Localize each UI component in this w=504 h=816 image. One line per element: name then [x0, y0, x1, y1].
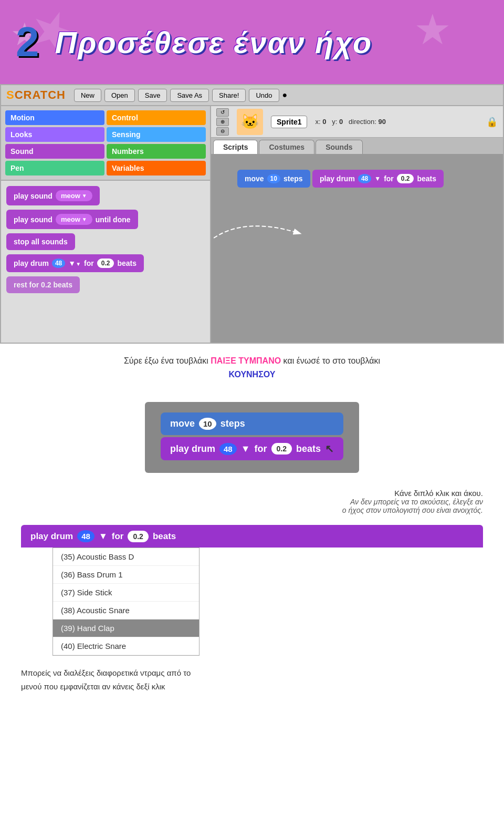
highlight-move: ΚΟΥΝΗΣΟΥ	[229, 370, 276, 379]
play-drum-script-block[interactable]: play drum 48 ▼ for 0.2 beats	[312, 170, 444, 188]
dropdown-item-39[interactable]: (39) Hand Clap	[53, 619, 199, 637]
drum-dropdown-arrow[interactable]: ▼	[68, 259, 81, 267]
scripts-panel: ↺ ⊕ ⊖ 🐱 Sprite1 x: 0 y: 0 direction: 90 …	[211, 106, 503, 343]
play-drum-script-label: play drum	[320, 174, 355, 183]
category-pen[interactable]: Pen	[5, 161, 104, 175]
share-button[interactable]: Share!	[212, 89, 246, 102]
instruction-text-2: και ένωσέ το στο τουβλάκι	[281, 356, 380, 365]
play-drum-block[interactable]: play drum 48 ▼ for 0.2 beats	[6, 254, 144, 272]
save-button[interactable]: Save	[138, 89, 167, 102]
category-motion[interactable]: Motion	[5, 110, 104, 125]
rest-label: rest for 0.2 beats	[14, 281, 72, 289]
header-banner: ★ 2 Προσέθεσε έναν ήχο ★	[0, 0, 504, 84]
scratch-interface: SCRATCH New Open Save Save As Share! Und…	[0, 84, 504, 344]
instruction-section: Σύρε έξω ένα τουβλάκι ΠΑΙΞΕ ΤΥΜΠΑΝΟ και …	[0, 344, 504, 391]
stop-all-sounds-block[interactable]: stop all sounds	[6, 233, 75, 250]
sprite-info: ↺ ⊕ ⊖ 🐱 Sprite1 x: 0 y: 0 direction: 90 …	[211, 106, 503, 138]
preview-drum-block: play drum 48 ▼ for 0.2 beats ↖	[161, 437, 343, 460]
for-label: for	[84, 259, 94, 267]
right-text-section: Κάνε διπλό κλικ και άκου. Αν δεν μπορείς…	[0, 483, 504, 520]
toolbar: SCRATCH New Open Save Save As Share! Und…	[1, 85, 503, 106]
cursor-icon: ↖	[325, 442, 334, 455]
category-numbers[interactable]: Numbers	[107, 144, 206, 159]
drum-num-script: 48	[358, 174, 371, 183]
drum-arrow-script[interactable]: ▼	[374, 175, 381, 182]
blocks-panel: Motion Control Looks Sensing Sound Numbe…	[1, 106, 211, 343]
beats-header-val: 0.2	[128, 531, 148, 542]
drum-header-arrow[interactable]: ▼	[99, 531, 108, 542]
play-drum-header-block: play drum 48 ▼ for 0.2 beats	[21, 525, 483, 548]
sound-check-1: Αν δεν μπορείς να το ακούσεις, έλεγξε αν	[21, 498, 483, 506]
until-done-label: until done	[96, 215, 131, 224]
reset-btn[interactable]: ↺	[216, 108, 229, 117]
sprite-coordinates: x: 0 y: 0 direction: 90	[315, 118, 385, 126]
sound-dropdown[interactable]: meow	[56, 190, 92, 201]
drum-header-num: 48	[77, 530, 94, 542]
block-preview-box: move 10 steps play drum 48 ▼ for 0.2 bea…	[145, 402, 359, 473]
beats-val-script: 0.2	[397, 174, 414, 183]
dropdown-item-36[interactable]: (36) Bass Drum 1	[53, 566, 199, 584]
script-area[interactable]: move 10 steps play drum 48 ▼ for 0.2 bea…	[211, 154, 503, 343]
beats-value: 0.2	[97, 259, 114, 268]
bottom-text-section: Μπορείς να διαλέξεις διαφορετικά ντραμς …	[0, 661, 504, 698]
drum-dropdown-menu: (35) Acoustic Bass D (36) Bass Drum 1 (3…	[52, 548, 200, 656]
header-title: Προσέθεσε έναν ήχο	[55, 25, 373, 60]
arrow-connector-svg	[214, 217, 308, 259]
drum-number: 48	[52, 259, 65, 268]
prev-move-label: move	[170, 418, 195, 429]
dropdown-item-40[interactable]: (40) Electric Snare	[53, 637, 199, 655]
categories: Motion Control Looks Sensing Sound Numbe…	[1, 106, 210, 181]
category-looks[interactable]: Looks	[5, 127, 104, 142]
play-sound-label: play sound	[14, 192, 52, 200]
tab-scripts[interactable]: Scripts	[213, 140, 258, 154]
tab-costumes[interactable]: Costumes	[259, 140, 314, 154]
play-sound-until-block[interactable]: play sound meow until done	[6, 210, 138, 229]
prev-drum-arrow: ▼	[241, 443, 250, 455]
play-sound-meow-block[interactable]: play sound meow	[6, 186, 100, 205]
script-blocks-container: move 10 steps play drum 48 ▼ for 0.2 bea…	[237, 170, 444, 189]
move-steps-script-block[interactable]: move 10 steps	[237, 170, 310, 188]
double-click-instruction: Κάνε διπλό κλικ και άκου.	[21, 489, 483, 498]
blocks-area: play sound meow play sound meow until do…	[1, 181, 210, 343]
prev-drum-num: 48	[219, 443, 237, 455]
tab-sounds[interactable]: Sounds	[316, 140, 362, 154]
expand-btn[interactable]: ⊕	[216, 118, 229, 126]
instruction-paragraph: Σύρε έξω ένα τουβλάκι ΠΑΙΞΕ ΤΥΜΠΑΝΟ και …	[21, 354, 483, 381]
sprite-thumbnail: 🐱	[237, 109, 263, 135]
move-label: move	[245, 174, 264, 183]
sprite-name[interactable]: Sprite1	[271, 116, 307, 128]
for-header-label: for	[112, 531, 124, 542]
category-sensing[interactable]: Sensing	[107, 127, 206, 142]
bottom-text-1: Μπορείς να διαλέξεις διαφορετικά ντραμς …	[21, 666, 483, 680]
save-as-button[interactable]: Save As	[170, 89, 209, 102]
shrink-btn[interactable]: ⊖	[216, 127, 229, 136]
undo-button[interactable]: Undo	[249, 89, 279, 102]
scratch-logo: SCRATCH	[6, 88, 66, 102]
play-sound-until-label: play sound	[14, 215, 52, 224]
scratch-main: Motion Control Looks Sensing Sound Numbe…	[1, 106, 503, 343]
play-drum-header-label: play drum	[30, 531, 73, 542]
rest-block[interactable]: rest for 0.2 beats	[6, 276, 80, 293]
dropdown-item-38[interactable]: (38) Acoustic Snare	[53, 602, 199, 619]
steps-label: steps	[284, 174, 303, 183]
category-control[interactable]: Control	[107, 110, 206, 125]
dropdown-item-37[interactable]: (37) Side Stick	[53, 584, 199, 602]
category-sound[interactable]: Sound	[5, 144, 104, 159]
bottom-text-2: μενού που εμφανίζεται αν κάνεις δεξί κλι…	[21, 680, 483, 694]
play-drum-label: play drum	[14, 259, 49, 267]
prev-steps-label: steps	[220, 418, 245, 429]
star-decoration-right: ★	[414, 5, 452, 54]
move-steps-num: 10	[267, 174, 280, 183]
block-preview-section: move 10 steps play drum 48 ▼ for 0.2 bea…	[0, 397, 504, 478]
script-tabs: Scripts Costumes Sounds	[211, 138, 503, 154]
prev-beats-label: beats	[296, 443, 321, 455]
open-button[interactable]: Open	[104, 89, 135, 102]
lock-icon[interactable]: 🔒	[486, 116, 498, 128]
preview-move-block: move 10 steps	[161, 412, 343, 435]
dropdown-item-35[interactable]: (35) Acoustic Bass D	[53, 548, 199, 566]
new-button[interactable]: New	[74, 89, 101, 102]
category-variables[interactable]: Variables	[107, 161, 206, 175]
beats-header-label: beats	[153, 531, 176, 542]
beats-script-label: beats	[417, 174, 436, 183]
sound-until-dropdown[interactable]: meow	[56, 214, 92, 225]
